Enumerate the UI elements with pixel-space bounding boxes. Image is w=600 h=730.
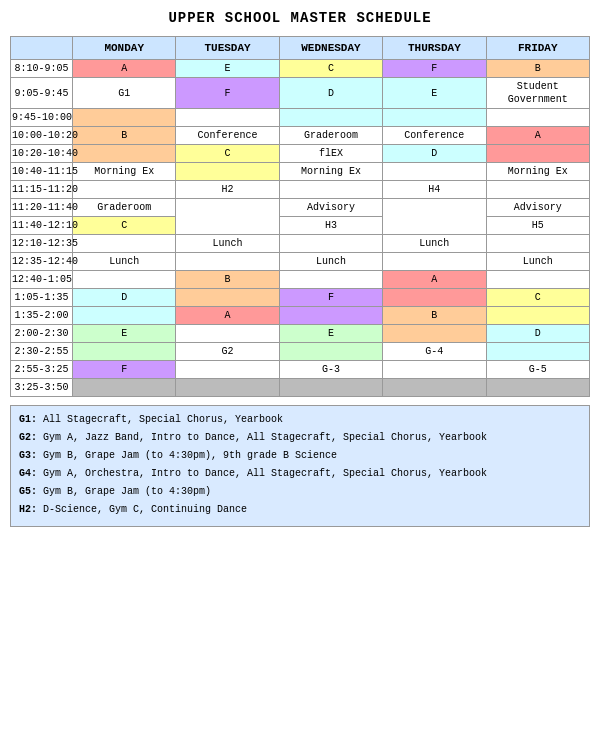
page-title: UPPER SCHOOL MASTER SCHEDULE xyxy=(10,10,590,26)
time-cell: 11:15-11:20 xyxy=(11,181,73,199)
time-cell: 2:55-3:25 xyxy=(11,361,73,379)
time-cell: 10:20-10:40 xyxy=(11,145,73,163)
time-cell: 1:35-2:00 xyxy=(11,307,73,325)
table-row: 9:05-9:45G1FDEStudent Government xyxy=(11,78,590,109)
schedule-cell: F xyxy=(176,78,279,109)
note-item: G3: Gym B, Grape Jam (to 4:30pm), 9th gr… xyxy=(19,448,581,464)
schedule-cell: G-5 xyxy=(486,361,589,379)
schedule-cell: F xyxy=(279,289,382,307)
table-row: 12:40-1:05BA xyxy=(11,271,590,289)
header-tuesday: TUESDAY xyxy=(176,37,279,60)
schedule-cell: E xyxy=(383,78,486,109)
schedule-cell: C xyxy=(486,289,589,307)
schedule-cell xyxy=(73,145,176,163)
schedule-cell: H2 xyxy=(176,181,279,199)
time-cell: 12:40-1:05 xyxy=(11,271,73,289)
schedule-cell: Advisory xyxy=(486,199,589,217)
schedule-cell: B xyxy=(73,127,176,145)
schedule-cell xyxy=(73,181,176,199)
table-row: 2:55-3:25FG-3G-5 xyxy=(11,361,590,379)
schedule-cell xyxy=(383,379,486,397)
schedule-cell: C xyxy=(176,145,279,163)
schedule-cell: E xyxy=(279,325,382,343)
table-row: 8:10-9:05AECFB xyxy=(11,60,590,78)
table-row: 10:20-10:40CflEXD xyxy=(11,145,590,163)
schedule-cell: D xyxy=(486,325,589,343)
schedule-cell: C xyxy=(279,60,382,78)
schedule-cell: Conference xyxy=(176,127,279,145)
schedule-cell: H3 xyxy=(279,217,382,235)
schedule-cell xyxy=(279,109,382,127)
schedule-cell: Conference xyxy=(383,127,486,145)
header-monday: MONDAY xyxy=(73,37,176,60)
schedule-cell xyxy=(176,379,279,397)
table-row: 9:45-10:00 xyxy=(11,109,590,127)
time-cell: 11:40-12:10 xyxy=(11,217,73,235)
note-item: G2: Gym A, Jazz Band, Intro to Dance, Al… xyxy=(19,430,581,446)
schedule-cell: G2 xyxy=(176,343,279,361)
schedule-cell xyxy=(383,163,486,181)
note-item: H2: D-Science, Gym C, Continuing Dance xyxy=(19,502,581,518)
table-row: 12:10-12:35LunchLunch xyxy=(11,235,590,253)
table-row: 10:40-11:15Morning ExMorning ExMorning E… xyxy=(11,163,590,181)
schedule-cell xyxy=(279,271,382,289)
schedule-cell xyxy=(176,325,279,343)
schedule-cell xyxy=(176,361,279,379)
table-row: 1:05-1:35DFC xyxy=(11,289,590,307)
time-cell: 11:20-11:40 xyxy=(11,199,73,217)
schedule-cell xyxy=(383,361,486,379)
schedule-cell: Student Government xyxy=(486,78,589,109)
schedule-cell xyxy=(176,199,279,235)
schedule-cell xyxy=(383,289,486,307)
schedule-cell: A xyxy=(176,307,279,325)
schedule-cell: G-4 xyxy=(383,343,486,361)
schedule-table: MONDAY TUESDAY WEDNESDAY THURSDAY FRIDAY… xyxy=(10,36,590,397)
schedule-cell: D xyxy=(73,289,176,307)
table-row: 11:15-11:20H2H4 xyxy=(11,181,590,199)
schedule-cell: Morning Ex xyxy=(73,163,176,181)
schedule-cell: Graderoom xyxy=(73,199,176,217)
schedule-cell: Graderoom xyxy=(279,127,382,145)
schedule-cell: A xyxy=(73,60,176,78)
schedule-cell xyxy=(486,145,589,163)
table-row: 3:25-3:50 xyxy=(11,379,590,397)
schedule-cell xyxy=(176,163,279,181)
schedule-cell: A xyxy=(383,271,486,289)
time-cell: 2:30-2:55 xyxy=(11,343,73,361)
schedule-cell: Lunch xyxy=(176,235,279,253)
table-row: 1:35-2:00AB xyxy=(11,307,590,325)
time-cell: 10:40-11:15 xyxy=(11,163,73,181)
table-row: 2:00-2:30EED xyxy=(11,325,590,343)
schedule-cell: Lunch xyxy=(73,253,176,271)
schedule-cell: flEX xyxy=(279,145,382,163)
header-time xyxy=(11,37,73,60)
schedule-cell: G-3 xyxy=(279,361,382,379)
schedule-cell xyxy=(73,307,176,325)
time-cell: 12:35-12:40 xyxy=(11,253,73,271)
schedule-cell xyxy=(486,271,589,289)
table-row: 2:30-2:55G2G-4 xyxy=(11,343,590,361)
notes-section: G1: All Stagecraft, Special Chorus, Year… xyxy=(10,405,590,527)
schedule-cell: D xyxy=(383,145,486,163)
schedule-cell: Lunch xyxy=(383,235,486,253)
schedule-cell xyxy=(279,343,382,361)
header-wednesday: WEDNESDAY xyxy=(279,37,382,60)
note-item: G1: All Stagecraft, Special Chorus, Year… xyxy=(19,412,581,428)
schedule-cell xyxy=(486,343,589,361)
schedule-cell xyxy=(73,343,176,361)
time-cell: 1:05-1:35 xyxy=(11,289,73,307)
note-item: G4: Gym A, Orchestra, Intro to Dance, Al… xyxy=(19,466,581,482)
schedule-cell xyxy=(176,109,279,127)
time-cell: 9:05-9:45 xyxy=(11,78,73,109)
schedule-cell xyxy=(486,379,589,397)
schedule-cell: E xyxy=(73,325,176,343)
schedule-cell: B xyxy=(176,271,279,289)
schedule-cell: H4 xyxy=(383,181,486,199)
schedule-cell xyxy=(486,181,589,199)
schedule-cell xyxy=(73,271,176,289)
schedule-cell: A xyxy=(486,127,589,145)
schedule-cell xyxy=(279,181,382,199)
table-row: 10:00-10:20BConferenceGraderoomConferenc… xyxy=(11,127,590,145)
time-cell: 10:00-10:20 xyxy=(11,127,73,145)
header-thursday: THURSDAY xyxy=(383,37,486,60)
